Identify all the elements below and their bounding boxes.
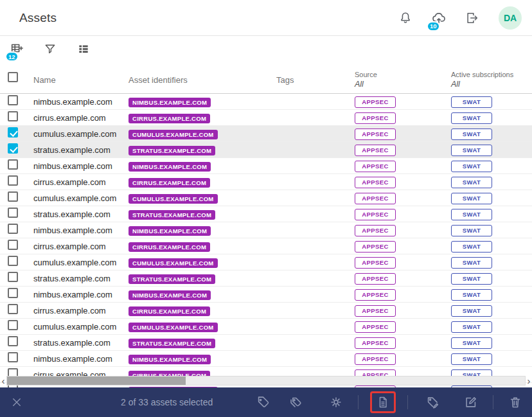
row-checkbox[interactable] — [8, 336, 18, 346]
notifications-button[interactable] — [397, 10, 414, 26]
asset-name[interactable]: cirrus.example.com — [26, 177, 121, 187]
column-header-name[interactable]: Name — [26, 75, 121, 93]
subscription-badge[interactable]: SWAT — [451, 337, 492, 349]
source-badge[interactable]: APPSEC — [355, 337, 396, 349]
column-header-source[interactable]: Source All — [346, 71, 443, 93]
subscription-badge[interactable]: SWAT — [451, 209, 492, 220]
export-button[interactable] — [464, 10, 481, 26]
row-checkbox[interactable] — [8, 143, 18, 154]
source-badge[interactable]: APPSEC — [355, 112, 396, 124]
subscription-badge[interactable]: SWAT — [451, 129, 492, 140]
subscription-badge[interactable]: SWAT — [451, 321, 492, 333]
asset-name[interactable]: stratus.example.com — [26, 274, 121, 283]
subscription-badge[interactable]: SWAT — [451, 353, 492, 365]
row-checkbox[interactable] — [8, 111, 18, 121]
import-button[interactable]: 10 — [430, 10, 447, 26]
source-badge[interactable]: APPSEC — [355, 305, 396, 317]
subscription-badge[interactable]: SWAT — [451, 177, 492, 188]
row-checkbox[interactable] — [8, 224, 18, 234]
row-checkbox[interactable] — [8, 208, 18, 218]
scroll-right-icon[interactable]: › — [526, 375, 532, 386]
remove-tag-button[interactable] — [287, 395, 303, 410]
asset-name[interactable]: cumulus.example.com — [26, 322, 121, 332]
scrollbar-track[interactable] — [6, 376, 526, 386]
row-checkbox[interactable] — [8, 175, 18, 186]
add-assets-button[interactable]: 12 — [9, 41, 24, 57]
asset-name[interactable]: cirrus.example.com — [26, 306, 121, 315]
asset-name[interactable]: cumulus.example.com — [26, 193, 121, 203]
filter-button[interactable] — [42, 41, 58, 57]
edit-tags-button[interactable] — [425, 395, 440, 410]
row-checkbox[interactable] — [8, 272, 18, 282]
source-filter-value[interactable]: All — [355, 80, 443, 89]
column-header-tags[interactable]: Tags — [269, 75, 346, 93]
subscription-badge[interactable]: SWAT — [451, 257, 492, 269]
asset-name[interactable]: cirrus.example.com — [26, 113, 121, 123]
subscription-badge[interactable]: SWAT — [451, 241, 492, 253]
row-checkbox[interactable] — [8, 256, 18, 266]
asset-name[interactable]: cirrus.example.com — [26, 242, 121, 251]
row-checkbox[interactable] — [8, 352, 18, 362]
source-badge[interactable]: APPSEC — [355, 241, 396, 253]
row-checkbox[interactable] — [8, 304, 18, 314]
asset-name[interactable]: cumulus.example.com — [26, 129, 121, 139]
column-header-identifiers[interactable]: Asset identifiers — [121, 75, 269, 93]
subscription-badge[interactable]: SWAT — [451, 225, 492, 236]
asset-name[interactable]: stratus.example.com — [26, 145, 121, 155]
row-checkbox[interactable] — [8, 288, 18, 298]
row-checkbox[interactable] — [8, 240, 18, 250]
asset-name[interactable]: nimbus.example.com — [26, 97, 121, 107]
row-checkbox[interactable] — [8, 95, 18, 105]
asset-name[interactable]: stratus.example.com — [26, 338, 121, 348]
row-checkbox[interactable] — [8, 127, 18, 138]
source-badge[interactable]: APPSEC — [355, 225, 396, 236]
source-badge[interactable]: APPSEC — [355, 257, 396, 269]
asset-name[interactable]: stratus.example.com — [26, 209, 121, 219]
scroll-left-icon[interactable]: ‹ — [0, 375, 6, 386]
table-row: nimbus.example.com NIMBUS.EXAMPLE.COM AP… — [0, 287, 532, 303]
source-badge[interactable]: APPSEC — [355, 353, 396, 365]
source-badge[interactable]: APPSEC — [355, 145, 396, 156]
source-badge[interactable]: APPSEC — [355, 209, 396, 220]
source-badge[interactable]: APPSEC — [355, 289, 396, 301]
column-header-subscriptions[interactable]: Active subscriptions All — [443, 71, 532, 93]
source-badge[interactable]: APPSEC — [355, 177, 396, 188]
row-checkbox[interactable] — [8, 159, 18, 170]
view-columns-button[interactable] — [76, 41, 91, 57]
asset-name[interactable]: nimbus.example.com — [26, 354, 121, 364]
scrollbar-thumb[interactable] — [7, 377, 186, 385]
source-badge[interactable]: APPSEC — [355, 129, 396, 140]
subscription-badge[interactable]: SWAT — [451, 273, 492, 285]
add-tag-button[interactable] — [255, 395, 270, 410]
row-checkbox[interactable] — [8, 320, 18, 330]
gear-icon — [329, 395, 343, 409]
delete-button[interactable] — [508, 395, 523, 410]
asset-name[interactable]: nimbus.example.com — [26, 226, 121, 235]
page-title: Assets — [19, 11, 57, 25]
subscription-badge[interactable]: SWAT — [451, 305, 492, 317]
edit-asset-button[interactable] — [463, 395, 479, 410]
subscription-badge[interactable]: SWAT — [451, 112, 492, 124]
source-badge[interactable]: APPSEC — [355, 96, 396, 108]
scan-settings-button[interactable] — [328, 395, 344, 410]
top-header: Assets 10 DA — [0, 0, 532, 36]
clear-selection-button[interactable] — [9, 395, 24, 410]
source-badge[interactable]: APPSEC — [355, 193, 396, 204]
subscriptions-filter-value[interactable]: All — [451, 80, 532, 89]
asset-name[interactable]: nimbus.example.com — [26, 290, 121, 299]
source-badge[interactable]: APPSEC — [355, 321, 396, 333]
avatar[interactable]: DA — [499, 6, 522, 30]
source-badge[interactable]: APPSEC — [355, 161, 396, 172]
row-checkbox[interactable] — [8, 191, 18, 202]
subscription-badge[interactable]: SWAT — [451, 289, 492, 301]
source-badge[interactable]: APPSEC — [355, 273, 396, 285]
subscription-badge[interactable]: SWAT — [451, 161, 492, 172]
asset-name[interactable]: nimbus.example.com — [26, 161, 121, 171]
subscription-badge[interactable]: SWAT — [451, 96, 492, 108]
asset-name[interactable]: cumulus.example.com — [26, 258, 121, 267]
identifier-badge: NIMBUS.EXAMPLE.COM — [129, 290, 211, 301]
subscription-badge[interactable]: SWAT — [451, 145, 492, 156]
subscription-badge[interactable]: SWAT — [451, 193, 492, 204]
select-all-checkbox[interactable] — [8, 72, 18, 82]
generate-report-button[interactable] — [370, 391, 396, 413]
